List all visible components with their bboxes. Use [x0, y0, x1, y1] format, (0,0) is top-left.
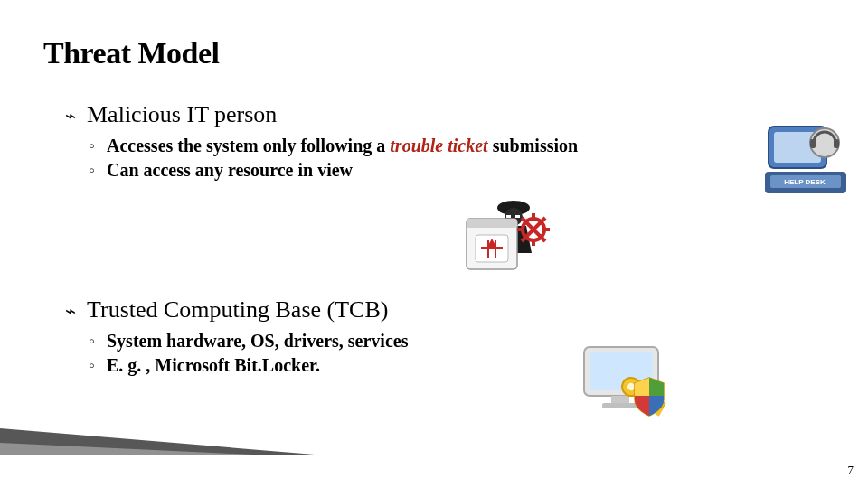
sub-text: System hardware, OS, drivers, services	[107, 331, 408, 352]
svg-rect-13	[467, 219, 517, 228]
sub-item-1-1: ◦ Accesses the system only following a t…	[89, 136, 734, 156]
sub-text: Can access any resource in view	[107, 160, 353, 181]
page-number: 7	[848, 463, 854, 477]
sub1-emph: trouble ticket	[390, 136, 487, 155]
sub-bullet-marker: ◦	[89, 160, 98, 181]
sub1-pre: Accesses the system only following a	[107, 136, 390, 155]
help-desk-icon: HELP DESK	[763, 123, 850, 210]
sub-text: E. g. , Microsoft Bit.Locker.	[107, 355, 320, 376]
svg-rect-4	[834, 139, 839, 148]
svg-line-21	[522, 218, 525, 221]
sublist-1: ◦ Accesses the system only following a t…	[89, 136, 734, 181]
malicious-agent-icon	[461, 199, 561, 280]
secure-computer-icon	[579, 343, 687, 434]
bullet-text: Trusted Computing Base (TCB)	[87, 296, 388, 324]
sub-text: Accesses the system only following a tro…	[107, 136, 578, 156]
svg-rect-30	[602, 403, 638, 408]
bullet-malicious-it: ⌁ Malicious IT person	[65, 101, 734, 128]
svg-text:HELP DESK: HELP DESK	[784, 178, 826, 186]
sub1-post: submission	[488, 136, 579, 155]
svg-rect-3	[810, 139, 816, 148]
slide: Threat Model ⌁ Malicious IT person ◦ Acc…	[0, 0, 868, 488]
decorative-wedge-light	[0, 443, 271, 455]
sub-bullet-marker: ◦	[89, 331, 98, 352]
bullet-marker: ⌁	[65, 105, 76, 127]
svg-line-24	[542, 218, 545, 221]
svg-rect-29	[611, 396, 629, 403]
svg-line-23	[522, 238, 525, 241]
sub-bullet-marker: ◦	[89, 136, 98, 156]
content-area: ⌁ Malicious IT person ◦ Accesses the sys…	[65, 101, 734, 380]
svg-rect-11	[515, 215, 520, 218]
svg-line-22	[542, 238, 545, 241]
bullet-text: Malicious IT person	[87, 101, 277, 128]
sub-item-1-2: ◦ Can access any resource in view	[89, 160, 734, 181]
svg-rect-10	[506, 215, 511, 218]
bullet-tcb: ⌁ Trusted Computing Base (TCB)	[65, 296, 734, 324]
sub-bullet-marker: ◦	[89, 355, 98, 376]
slide-title: Threat Model	[43, 36, 220, 70]
bullet-marker: ⌁	[65, 300, 76, 322]
